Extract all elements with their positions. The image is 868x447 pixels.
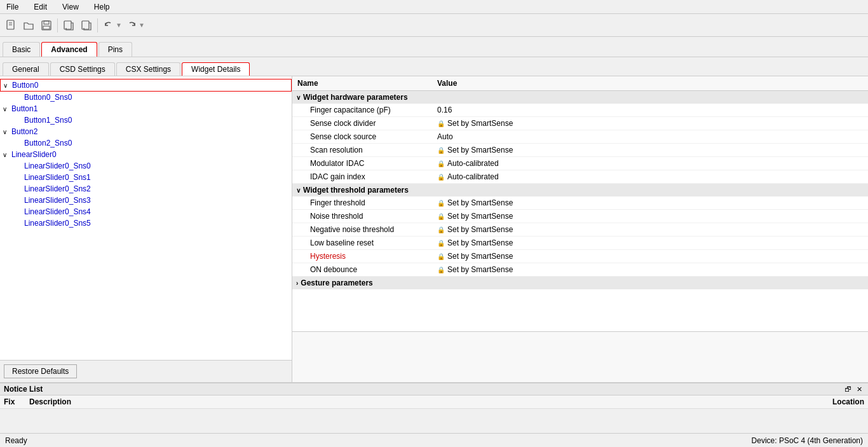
section-row[interactable]: ∨Widget threshold parameters — [292, 184, 868, 197]
lock-icon: 🔒 — [437, 160, 445, 167]
menu-help[interactable]: Help — [90, 1, 114, 13]
table-row[interactable]: IDAC gain index🔒Auto-calibrated — [292, 170, 868, 184]
lock-icon: 🔒 — [437, 200, 445, 207]
row-name: Negative noise threshold — [292, 223, 432, 237]
tab-basic[interactable]: Basic — [3, 42, 40, 57]
tab-advanced[interactable]: Advanced — [41, 42, 97, 57]
notice-close-btn[interactable]: ✕ — [855, 385, 864, 394]
section-expander-icon[interactable]: ∨ — [296, 94, 301, 101]
row-value-text: Set by SmartSense — [447, 265, 513, 274]
row-name: Low baseline reset — [292, 237, 432, 250]
tree-item[interactable]: ∨Button2 — [0, 126, 292, 137]
table-row[interactable]: Negative noise threshold🔒Set by SmartSen… — [292, 223, 868, 237]
redo-button[interactable] — [123, 17, 140, 34]
tree-expander[interactable]: ∨ — [3, 82, 12, 89]
row-name: Finger capacitance (pF) — [292, 104, 432, 117]
tab-pins[interactable]: Pins — [98, 42, 132, 57]
tree-item[interactable]: LinearSlider0_Sns3 — [0, 195, 292, 206]
svg-rect-4 — [44, 21, 49, 24]
detail-table: Name Value ∨Widget hardware parametersFi… — [292, 76, 868, 331]
export-ext-button[interactable] — [60, 17, 77, 34]
undo-dropdown[interactable]: ▼ — [116, 22, 122, 29]
tree-item[interactable]: LinearSlider0_Sns1 — [0, 172, 292, 183]
detail-bottom — [292, 331, 868, 382]
row-value: 🔒Set by SmartSense — [432, 117, 868, 130]
row-value-text: Set by SmartSense — [447, 212, 513, 221]
tab-widget-details[interactable]: Widget Details — [182, 62, 250, 76]
lock-icon: 🔒 — [437, 213, 445, 220]
outer-tab-bar: Basic Advanced Pins — [0, 37, 868, 57]
tree-item-label: LinearSlider0_Sns5 — [24, 219, 91, 228]
table-row[interactable]: Sense clock divider🔒Set by SmartSense — [292, 117, 868, 130]
status-left: Ready — [5, 436, 27, 445]
tab-csx-settings[interactable]: CSX Settings — [116, 62, 180, 76]
tree-item[interactable]: ∨Button0 — [0, 79, 292, 92]
detail-table-element: Name Value ∨Widget hardware parametersFi… — [292, 76, 868, 289]
row-value: 🔒Set by SmartSense — [432, 210, 868, 223]
notice-restore-btn[interactable]: 🗗 — [843, 385, 853, 394]
tree-area: ∨Button0Button0_Sns0∨Button1Button1_Sns0… — [0, 76, 292, 360]
row-name: Noise threshold — [292, 210, 432, 223]
lock-icon: 🔒 — [437, 147, 445, 154]
lock-icon: 🔒 — [437, 120, 445, 127]
tree-item[interactable]: LinearSlider0_Sns5 — [0, 217, 292, 229]
table-row[interactable]: Scan resolution🔒Set by SmartSense — [292, 144, 868, 157]
table-row[interactable]: Finger threshold🔒Set by SmartSense — [292, 196, 868, 210]
section-expander-icon[interactable]: ∨ — [296, 187, 301, 194]
tree-item-label: Button0_Sns0 — [24, 93, 72, 102]
restore-defaults-button[interactable]: Restore Defaults — [4, 364, 77, 378]
save-button[interactable] — [38, 17, 55, 34]
tab-general[interactable]: General — [3, 62, 49, 76]
table-row[interactable]: Modulator IDAC🔒Auto-calibrated — [292, 157, 868, 170]
table-row[interactable]: Sense clock sourceAuto — [292, 130, 868, 144]
tree-item-label: Button1_Sns0 — [24, 116, 72, 125]
undo-button[interactable] — [100, 17, 117, 34]
table-row[interactable]: Finger capacitance (pF)0.16 — [292, 104, 868, 117]
row-value-text: Set by SmartSense — [447, 252, 513, 261]
tree-item[interactable]: ∨Button1 — [0, 103, 292, 114]
tree-item[interactable]: Button0_Sns0 — [0, 92, 292, 103]
tree-item[interactable]: ∨LinearSlider0 — [0, 149, 292, 160]
tree-item[interactable]: LinearSlider0_Sns4 — [0, 206, 292, 217]
tree-item[interactable]: LinearSlider0_Sns2 — [0, 183, 292, 195]
row-value-text: Auto-calibrated — [447, 172, 499, 181]
section-expander-icon[interactable]: › — [296, 280, 298, 287]
tree-item-label: LinearSlider0_Sns4 — [24, 207, 91, 216]
table-row[interactable]: ON debounce🔒Set by SmartSense — [292, 263, 868, 277]
table-row[interactable]: Noise threshold🔒Set by SmartSense — [292, 210, 868, 223]
table-row[interactable]: Hysteresis🔒Set by SmartSense — [292, 250, 868, 263]
row-value: Auto — [432, 130, 868, 144]
table-row[interactable]: Low baseline reset🔒Set by SmartSense — [292, 237, 868, 250]
tree-item-label: LinearSlider0_Sns0 — [24, 162, 91, 170]
tree-item-label: Button2 — [11, 127, 37, 136]
tree-expander[interactable]: ∨ — [3, 128, 11, 135]
tree-expander[interactable]: ∨ — [3, 151, 11, 158]
bottom-bar: Restore Defaults — [0, 360, 292, 382]
tree-item[interactable]: Button1_Sns0 — [0, 114, 292, 126]
menu-file[interactable]: File — [3, 1, 22, 13]
tree-item-label: LinearSlider0_Sns2 — [24, 184, 91, 193]
menu-view[interactable]: View — [58, 1, 83, 13]
row-name: IDAC gain index — [292, 170, 432, 184]
notice-body — [0, 409, 868, 433]
row-value: 0.16 — [432, 104, 868, 117]
row-value: 🔒Set by SmartSense — [432, 144, 868, 157]
tree-item[interactable]: Button2_Sns0 — [0, 137, 292, 149]
tree-expander[interactable]: ∨ — [3, 106, 11, 113]
redo-dropdown[interactable]: ▼ — [139, 22, 145, 29]
new-button[interactable] — [3, 17, 19, 34]
right-panel: Name Value ∨Widget hardware parametersFi… — [292, 76, 868, 382]
section-label: ›Gesture parameters — [292, 277, 868, 290]
tab-csd-settings[interactable]: CSD Settings — [50, 62, 115, 76]
row-value: 🔒Set by SmartSense — [432, 263, 868, 277]
notice-header: Notice List 🗗 ✕ — [0, 383, 868, 395]
notice-columns: Fix Description Location — [0, 395, 868, 409]
export-int-button[interactable] — [78, 17, 95, 34]
menu-edit[interactable]: Edit — [30, 1, 51, 13]
row-value-text: 0.16 — [437, 106, 452, 114]
open-button[interactable] — [20, 17, 37, 34]
section-row[interactable]: ›Gesture parameters — [292, 277, 868, 290]
tree-item[interactable]: LinearSlider0_Sns0 — [0, 160, 292, 172]
section-label: ∨Widget hardware parameters — [292, 91, 868, 104]
section-row[interactable]: ∨Widget hardware parameters — [292, 91, 868, 104]
